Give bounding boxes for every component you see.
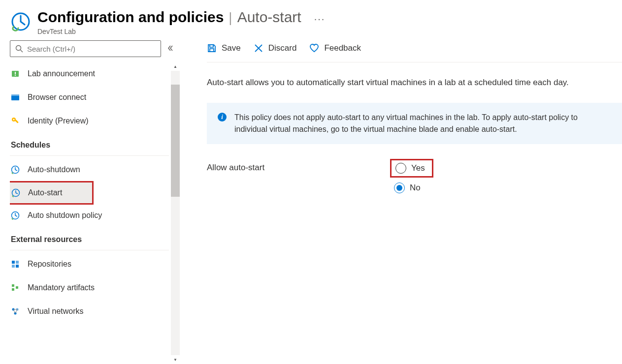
sidebar-item-label: Identity (Preview) <box>28 117 89 125</box>
svg-rect-10 <box>15 120 19 123</box>
sidebar-scrollbar[interactable]: ▲ ▼ <box>171 62 180 364</box>
allow-autostart-row: Allow auto-start Yes No <box>207 159 622 197</box>
save-icon <box>207 43 217 53</box>
toolbar: Save Discard Feedback <box>207 40 622 62</box>
svg-point-1 <box>16 46 21 51</box>
artifacts-icon <box>11 283 20 292</box>
svg-rect-20 <box>16 286 18 289</box>
svg-rect-4 <box>15 72 16 74</box>
sidebar-item-label: Mandatory artifacts <box>28 283 95 292</box>
heart-icon <box>309 43 319 53</box>
page-subtitle: Auto-start <box>237 9 301 26</box>
scroll-thumb[interactable] <box>171 85 180 197</box>
svg-rect-14 <box>12 261 15 264</box>
scroll-down-arrow[interactable]: ▼ <box>171 355 180 364</box>
repositories-icon <box>11 260 20 269</box>
svg-rect-5 <box>15 75 16 76</box>
blade-header: Configuration and policies | Auto-start … <box>0 0 622 40</box>
sidebar-item-auto-shutdown[interactable]: Auto-shutdown <box>10 158 169 182</box>
scroll-up-arrow[interactable]: ▲ <box>171 62 180 71</box>
allow-autostart-label: Allow auto-start <box>207 159 390 173</box>
radio-circle <box>395 163 406 174</box>
page-title: Configuration and policies <box>37 9 224 26</box>
clock-icon <box>11 211 20 220</box>
search-icon <box>15 45 23 53</box>
sidebar-item-label: Auto-shutdown <box>28 165 80 174</box>
sidebar-item-label: Auto-start <box>28 188 62 197</box>
radio-circle <box>394 182 405 193</box>
info-text: This policy does not apply auto-start to… <box>234 112 611 135</box>
search-input[interactable] <box>10 40 161 57</box>
title-separator: | <box>229 10 232 26</box>
sidebar-item-repositories[interactable]: Repositories <box>10 252 169 276</box>
svg-rect-16 <box>12 265 15 268</box>
sidebar-item-label: Auto shutdown policy <box>28 211 102 220</box>
sidebar-item-label: Browser connect <box>28 93 86 102</box>
svg-rect-7 <box>11 94 19 96</box>
sidebar-item-label: Lab announcement <box>28 69 95 78</box>
sidebar: Lab announcement Browser connect Identit… <box>0 40 180 364</box>
sidebar-item-identity[interactable]: Identity (Preview) <box>10 109 169 133</box>
radio-yes[interactable]: Yes <box>390 159 433 178</box>
sidebar-item-label: Virtual networks <box>28 307 84 316</box>
info-box: i This policy does not apply auto-start … <box>207 103 622 144</box>
sidebar-section-schedules: Schedules <box>10 133 169 156</box>
svg-rect-17 <box>16 265 19 268</box>
sidebar-item-label: Repositories <box>28 260 71 269</box>
close-icon <box>254 43 263 53</box>
announcement-icon <box>11 69 20 78</box>
svg-line-2 <box>21 50 23 53</box>
info-icon: i <box>218 113 227 121</box>
sidebar-item-virtual-networks[interactable]: Virtual networks <box>10 300 169 323</box>
browser-icon <box>11 93 20 102</box>
svg-rect-19 <box>12 288 14 291</box>
network-icon <box>11 307 20 316</box>
save-button[interactable]: Save <box>207 43 241 53</box>
clock-icon <box>11 165 20 174</box>
key-icon <box>11 117 20 125</box>
svg-rect-27 <box>210 45 213 47</box>
sidebar-item-browser-connect[interactable]: Browser connect <box>10 86 169 109</box>
clock-icon <box>11 188 20 197</box>
clock-icon <box>10 12 31 32</box>
allow-autostart-radio-group: Yes No <box>390 159 433 197</box>
feedback-button[interactable]: Feedback <box>309 43 361 53</box>
svg-rect-28 <box>210 49 214 52</box>
radio-no[interactable]: No <box>390 179 433 197</box>
sidebar-item-lab-announcement[interactable]: Lab announcement <box>10 62 169 86</box>
resource-type: DevTest Lab <box>37 28 329 35</box>
discard-button[interactable]: Discard <box>254 43 297 53</box>
more-actions-button[interactable]: ··· <box>310 11 329 27</box>
sidebar-section-external: External resources <box>10 227 169 250</box>
sidebar-item-mandatory-artifacts[interactable]: Mandatory artifacts <box>10 276 169 300</box>
sidebar-item-auto-shutdown-policy[interactable]: Auto shutdown policy <box>10 204 169 227</box>
svg-rect-15 <box>16 261 19 264</box>
svg-rect-18 <box>12 284 14 287</box>
search-field[interactable] <box>27 45 156 53</box>
sidebar-item-auto-start[interactable]: Auto-start <box>10 181 94 205</box>
description-text: Auto-start allows you to automatically s… <box>207 76 622 89</box>
collapse-sidebar-button[interactable] <box>167 45 175 53</box>
radio-label: Yes <box>411 163 425 173</box>
radio-label: No <box>410 183 421 193</box>
svg-point-9 <box>13 119 15 121</box>
